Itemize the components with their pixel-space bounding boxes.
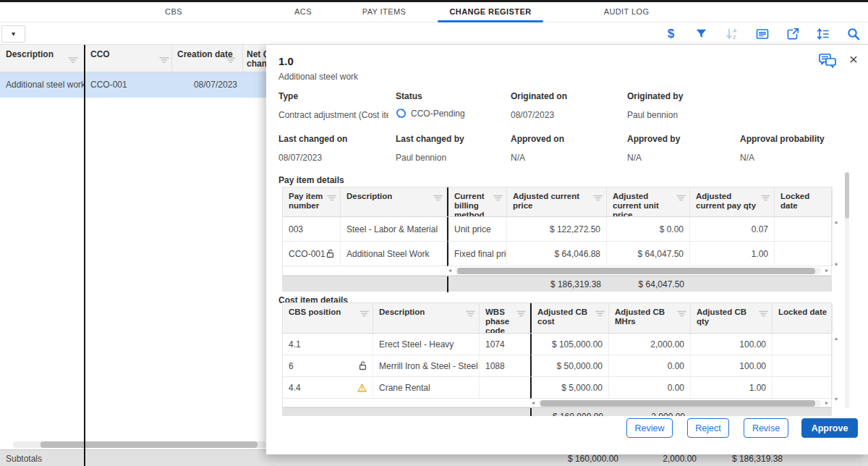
total-cost: $ 160,000.00 [530,408,609,416]
pay-row[interactable]: CCO-001 Additional Steel Work Fixed fina… [283,242,831,266]
cell-description: Erect Steel - Heavy [373,334,480,355]
register-grid-header: Description CCO Creation date Net Qty ch… [0,45,266,72]
cell-method: Fixed final price [447,242,507,266]
frozen-column-divider [84,45,85,466]
tab-bar: CBS ACS PAY ITEMS CHANGE REGISTER AUDIT … [0,2,868,22]
total-unit-price: $ 64,047.50 [607,276,690,292]
col-current-billing-method: Current billing method [447,187,507,216]
filter-icon[interactable] [677,310,686,319]
close-icon[interactable]: × [845,51,862,68]
cell-unit-price: $ 64,047.50 [607,242,690,266]
cell-price: $ 64,046.88 [507,242,607,266]
pay-item-details-title: Pay item details [278,175,344,185]
tab-acs[interactable]: ACS [294,7,312,16]
field-label-approved-by: Approved by [627,134,680,144]
panel-vertical-scrollbar[interactable] [845,172,849,408]
review-button[interactable]: Review [626,418,673,438]
filter-icon[interactable] [327,194,336,203]
col-adjusted-cb-qty: Adjusted CB qty [691,303,773,333]
scroll-right-icon[interactable]: ▸ [825,267,828,274]
sort-az-icon[interactable]: AZ [723,25,741,43]
cell-cco: CCO-001 [90,80,127,90]
cost-row[interactable]: 4.4 Crane Rental $ 5,000.00 0.00 1.00 [283,377,831,399]
filter-icon[interactable] [676,194,686,203]
field-value-approval-probability: N/A [740,153,754,163]
scrollbar-thumb[interactable] [540,400,815,407]
row-height-icon[interactable] [814,25,832,43]
col-locked-date: Locked date [773,303,833,333]
cell-mhrs: 2,000.00 [609,334,691,355]
filter-icon[interactable] [68,54,78,67]
pay-row[interactable]: 003 Steel - Labor & Material Unit price … [283,217,831,242]
chevron-down-icon: ▾ [12,30,15,38]
col-cco: CCO [90,50,110,59]
cost-table-totals: $ 160,000.00 2,000.00 [283,407,831,416]
register-row-selected[interactable]: Additional steel work CCO-001 08/07/2023 [0,72,266,98]
col-description: Description [341,187,447,216]
subtotal-mhrs: 2,000.00 [631,454,697,464]
view-dropdown[interactable]: ▾ [1,25,25,43]
scroll-down-icon[interactable]: ▾ [835,397,838,402]
cost-row[interactable]: 6 Merrill Iron & Steel - Steel m... 1088… [283,355,831,377]
scrollbar-thumb[interactable] [41,441,258,448]
revise-button[interactable]: Revise [744,418,788,438]
svg-text:A: A [733,27,737,34]
filter-icon[interactable] [493,194,503,203]
field-value-approved-by: N/A [627,153,642,163]
scroll-left-icon[interactable]: ◂ [532,399,535,406]
cell-position: 4.1 [283,334,373,355]
filter-icon[interactable] [516,310,526,319]
col-pay-item-number: Pay item number [283,187,341,216]
tab-audit-log[interactable]: AUDIT LOG [604,7,650,16]
cell-mhrs: 0.00 [609,377,691,399]
field-label-last-changed-by: Last changed by [396,134,464,144]
total-price: $ 186,319.38 [507,276,607,292]
scroll-down-icon[interactable]: ▾ [835,262,838,268]
cell-locked-date [775,217,833,242]
field-value-originated-by: Paul bennion [627,110,678,120]
filter-icon[interactable] [761,194,770,203]
filter-icon[interactable] [159,54,169,67]
col-description: Description [6,50,54,59]
scroll-right-icon[interactable]: ▸ [825,399,828,406]
filter-icon[interactable] [692,25,710,43]
tab-cbs[interactable]: CBS [165,7,182,16]
filter-icon[interactable] [595,310,605,319]
scroll-left-icon[interactable]: ◂ [448,267,451,274]
export-icon[interactable] [783,25,801,43]
filter-icon[interactable] [466,310,475,319]
cell-pay-qty: 1.00 [690,242,775,266]
filter-icon[interactable] [593,194,603,203]
cell-locked-date [775,242,833,266]
col-adjusted-cb-cost: Adjusted CB cost [530,303,609,333]
cost-row[interactable]: 4.1 Erect Steel - Heavy 1074 $ 105,000.0… [283,334,831,355]
field-label-approval-probability: Approval probability [740,134,825,144]
dollar-icon[interactable]: $ [662,25,680,43]
filter-icon[interactable] [759,310,768,319]
cell-unit-price: $ 0.00 [607,217,690,242]
filter-icon[interactable] [226,54,236,67]
cell-qty: 100.00 [691,355,773,377]
pay-table-hscrollbar[interactable]: ◂ ▸ [283,266,831,276]
tab-change-register[interactable]: CHANGE REGISTER [450,7,532,16]
grid-horizontal-scrollbar[interactable] [13,441,266,448]
svg-text:Z: Z [733,34,736,41]
toolbar-icons: $ AZ [662,25,862,43]
scroll-up-icon[interactable]: ▴ [835,336,838,342]
approve-button[interactable]: Approve [801,418,858,438]
col-locked-date: Locked date [775,187,833,216]
details-icon[interactable] [753,25,771,43]
scrollbar-thumb[interactable] [845,172,849,219]
reject-button[interactable]: Reject [687,418,729,438]
scrollbar-thumb[interactable] [457,268,815,274]
filter-icon[interactable] [359,310,369,319]
field-label-originated-by: Originated by [627,91,683,101]
cost-table-hscrollbar[interactable]: ◂ ▸ [283,399,831,407]
field-value-last-changed-by: Paul bennion [396,153,446,163]
filter-icon[interactable] [433,194,443,203]
cell-locked-date [773,377,833,399]
search-icon[interactable] [844,25,862,43]
scroll-up-icon[interactable]: ▴ [835,219,838,225]
tab-pay-items[interactable]: PAY ITEMS [362,7,406,16]
comments-icon[interactable] [817,52,838,69]
